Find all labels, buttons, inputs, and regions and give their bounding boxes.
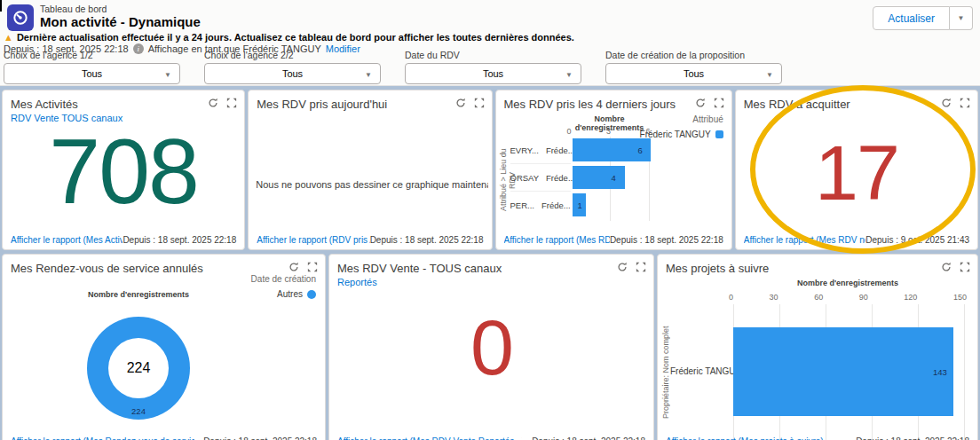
filter-agence-2-dropdown[interactable]: Tous ▼ [204,63,381,84]
tick-label: 0 [729,293,733,302]
kpi-value: 17 [736,128,977,218]
refresh-chart-icon[interactable] [455,98,466,108]
bar-value-label: 4 [612,173,616,183]
bar-value-label: 143 [933,367,947,377]
refresh-chart-icon[interactable] [617,262,628,272]
card-since-date: Depuis : 18 sept. 2025 22:18 [203,436,317,440]
chevron-down-icon: ▼ [164,71,171,79]
donut-chart[interactable]: 224 224 [87,317,190,420]
filter-date-rdv: Date du RDV Tous ▼ [405,50,581,84]
gridline [964,304,965,440]
refresh-chart-icon[interactable] [695,98,706,108]
filter-value: Tous [483,68,503,79]
view-report-link[interactable]: Afficher le rapport (Mes projets à suivr… [666,436,824,440]
expand-chart-icon[interactable] [474,98,485,108]
view-report-link[interactable]: Afficher le rapport (Mes Rendez-vous de … [11,436,194,440]
expand-chart-icon[interactable] [226,98,237,108]
filter-label: Choix de l'agence 1/2 [4,50,180,60]
card-rdv-4-derniers-jours: Mes RDV pris les 4 derniers jours Nombre… [495,90,732,250]
legend-swatch-icon [307,290,316,299]
dashboard-icon [7,4,34,31]
legend-item[interactable]: Autres [251,289,316,299]
card-title: Mes RDV Vente - TOUS canaux [337,262,502,275]
chart-title: Nombre d'enregistrements [50,290,227,299]
tick-label: 3 [606,127,611,136]
page-title: Mon activité - Dynamique [40,14,201,29]
view-report-link[interactable]: Afficher le rapport (Mes Activités - RDV… [11,235,122,245]
expand-chart-icon[interactable] [714,98,724,108]
x-axis-title: Nombre d'enregistrements [733,279,962,287]
card-projets-a-suivre: Mes projets à suivre Nombre d'enregistre… [657,254,978,440]
legend-title: Date de création [251,274,316,284]
refresh-chart-icon[interactable] [288,262,299,272]
card-subtitle-link[interactable]: Reportés [337,277,377,287]
filter-label: Date de création de la proposition [605,50,782,60]
card-title: Mes RDV pris aujourd'hui [257,98,387,111]
card-rdv-aujourdhui: Mes RDV pris aujourd'hui Nous ne pouvons… [248,90,492,250]
card-since-date: Depuis : 18 sept. 2025 22:18 [610,235,723,245]
refresh-dropdown-button[interactable]: ▼ [950,6,973,30]
filter-date-proposition-dropdown[interactable]: Tous ▼ [605,63,782,84]
chart-legend: Attribué Fréderic TANGUY [640,114,723,139]
card-since-date: Depuis : 18 sept. 2025 22:18 [532,436,645,440]
bar-frederic-tanguy[interactable] [733,327,953,416]
text-cursor-artifact [0,0,2,12]
view-report-link[interactable]: Afficher le rapport (RDV pris Aujourd'h.… [257,235,369,245]
bar-orsay[interactable] [573,166,625,189]
filter-value: Tous [82,68,102,79]
filter-value: Tous [282,68,303,79]
tick-label: 0 [567,127,572,136]
card-rdv-vente-tous-canaux: Mes RDV Vente - TOUS canaux Reportés 0 A… [328,254,654,440]
tick-label: 120 [904,293,917,302]
donut-slice-value-label: 224 [87,406,190,416]
card-since-date: Depuis : 18 sept. 2025 22:18 [122,235,236,245]
card-mes-activites: Mes Activités RDV Vente TOUS canaux 708 … [2,90,245,250]
legend-title: Attribué [640,114,723,124]
card-title: Mes RDV à acquitter [744,98,850,111]
card-title: Mes Activités [11,98,78,111]
legend-item[interactable]: Fréderic TANGUY [640,130,723,139]
donut-center-value: 224 [108,338,169,398]
chart-error-message: Nous ne pouvons pas dessiner ce graphiqu… [256,179,487,190]
tick-label: 30 [770,293,778,302]
card-since-date: Depuis : 9 oct. 2025 21:43 [865,235,969,245]
refresh-button[interactable]: Actualiser [873,6,950,30]
filter-label: Choix de l'agence 2/2 [204,50,381,60]
category-label: PER... [510,200,534,210]
expand-chart-icon[interactable] [960,262,970,272]
series-sub-label: Fréde... [546,173,575,183]
tick-label: 60 [814,293,823,302]
expand-chart-icon[interactable] [636,262,646,272]
stale-data-warning: ▲ Dernière actualisation effectuée il y … [4,32,574,43]
filter-agence-1-dropdown[interactable]: Tous ▼ [4,63,180,84]
card-title: Mes RDV pris les 4 derniers jours [504,98,676,111]
view-report-link[interactable]: Afficher le rapport (Mes RDV non acqu... [744,235,866,245]
series-sub-label: Fréde... [546,145,575,155]
filter-agence-2: Choix de l'agence 2/2 Tous ▼ [204,50,381,84]
y-axis-category-labels: EVRY...Fréde... ORSAYFréde... PER...Fréd… [510,137,571,219]
bar-value-label: 1 [578,200,582,210]
refresh-chart-icon[interactable] [941,262,952,272]
chevron-down-icon: ▼ [766,71,773,79]
expand-chart-icon[interactable] [960,98,970,108]
filter-label: Date du RDV [405,50,581,60]
expand-chart-icon[interactable] [307,262,318,272]
header-bar: Tableau de bord Mon activité - Dynamique… [0,0,980,86]
warning-text: Dernière actualisation effectuée il y a … [17,32,574,43]
chevron-down-icon: ▼ [565,71,573,79]
refresh-chart-icon[interactable] [208,98,218,108]
bar-value-label: 6 [638,145,643,155]
view-report-link[interactable]: Afficher le rapport (Mes RDV Vente Repor… [337,436,522,440]
tick-label: 90 [859,293,868,302]
chart-legend: Date de création Autres [251,274,316,299]
kpi-value: 708 [3,119,244,224]
filter-date-rdv-dropdown[interactable]: Tous ▼ [405,63,581,84]
filter-date-proposition: Date de création de la proposition Tous … [605,50,782,84]
chevron-down-icon: ▼ [365,71,372,79]
card-rdv-service-annules: Mes Rendez-vous de service annulés Nombr… [2,254,326,440]
category-label: ORSAY [510,173,540,183]
object-type-label: Tableau de bord [40,4,107,14]
view-report-link[interactable]: Afficher le rapport (Mes RDV pris les 4.… [504,235,610,245]
card-since-date: Depuis : 18 sept. 2025 22:18 [370,235,484,245]
refresh-chart-icon[interactable] [941,98,952,108]
